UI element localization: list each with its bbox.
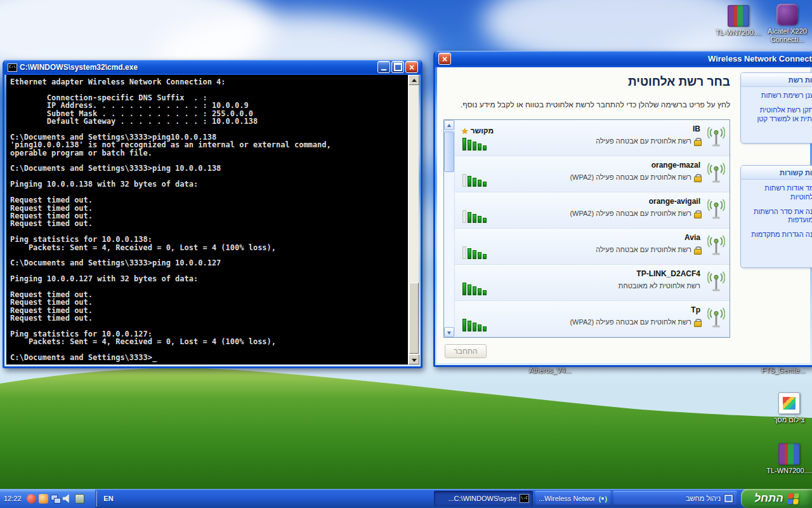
network-security-label: רשת אלחוטית עם אבטחה פעילה (WPA2) <box>570 173 691 181</box>
start-button[interactable]: התחל <box>741 489 812 508</box>
sidebar-panel-2-links: למד אודות רשתות אלחוטיות שנה את סדר הרשת… <box>741 180 812 248</box>
network-security-label: רשת אלחוטית עם אבטחה פעילה (WPA2) <box>570 318 691 326</box>
grass-hill <box>0 351 812 489</box>
network-ssid: Tp <box>455 301 730 314</box>
lock-icon <box>694 210 700 217</box>
alcatel-app-icon <box>776 4 798 25</box>
wireless-antenna-icon <box>707 198 725 224</box>
panel-title: משימות רשת <box>741 73 812 87</box>
scrollbar-thumb[interactable] <box>444 131 454 172</box>
network-list-item[interactable]: Tp רשת אלחוטית עם אבטחה פעילה (WPA2) <box>455 301 730 337</box>
desktop-icon-label: TL-WN7200.... <box>716 29 761 37</box>
connected-label: מקושר <box>471 126 494 135</box>
network-tray-icon[interactable] <box>51 494 60 504</box>
taskbar-button[interactable]: ...C:\WINDOWS\syste <box>434 491 533 506</box>
wifi-dialog-content: בחר רשת אלחוטית לחץ על פריט ברשימה שלהלן… <box>437 67 810 363</box>
taskbar-clock: 12:22 <box>4 495 22 502</box>
desktop-icon-tl-wn7200-2[interactable]: TL-WN7200.... <box>766 443 812 475</box>
wireless-icon <box>598 494 607 503</box>
scrollbar-thumb[interactable] <box>409 283 419 354</box>
rar-archive-icon <box>778 443 800 465</box>
signal-strength-bars <box>462 283 487 295</box>
signal-strength-bars <box>462 246 487 259</box>
sidebar-link[interactable]: התקן רשת אלחוטית ביתית או למשרד קטן <box>746 106 812 124</box>
device-tray-icon[interactable] <box>75 494 84 504</box>
network-list-item[interactable]: orange-avigail רשת אלחוטית עם אבטחה פעיל… <box>455 192 730 229</box>
scroll-down-arrow[interactable] <box>444 327 454 337</box>
wifi-dialog-title: Wireless Network Connect <box>708 54 812 64</box>
language-indicator[interactable]: EN <box>96 489 121 508</box>
network-ssid: TP-LINK_D2ACF4 <box>455 265 730 278</box>
start-button-label: התחל <box>754 492 783 505</box>
computer-icon <box>724 494 733 503</box>
taskbar-button[interactable]: ...Wireless Network Co <box>535 491 611 506</box>
desktop-icon-label: TL-WN7200.... <box>766 467 812 475</box>
console-area[interactable]: Ethernet adapter Wireless Network Connec… <box>6 75 419 364</box>
wireless-antenna-icon <box>707 307 725 332</box>
connect-button[interactable]: התחבר <box>445 344 487 358</box>
network-security-label: רשת אלחוטית עם אבטחה פעילה <box>596 246 691 253</box>
cmd-window-title: C:\WINDOWS\system32\cmd.exe <box>20 63 138 72</box>
scroll-up-arrow[interactable] <box>444 120 454 130</box>
taskbar-buttons: ...C:\WINDOWS\syste ...Wireless Network … <box>434 491 737 506</box>
maximize-button[interactable] <box>391 61 404 73</box>
desktop-icon-alcatel[interactable]: Alcatel X220 Connecti... <box>764 4 810 43</box>
desktop-icon-label-atheros[interactable]: Atheros_V4... <box>521 366 579 374</box>
dialog-header: בחר רשת אלחוטית <box>443 75 730 89</box>
network-security-label: רשת אלחוטית עם אבטחה פעילה (WPA2) <box>570 210 691 217</box>
console-scrollbar[interactable] <box>408 75 419 364</box>
connected-badge: מקושר <box>461 125 494 137</box>
lock-icon <box>694 246 700 253</box>
sidebar-link[interactable]: רענן רשימת רשתות <box>746 91 812 100</box>
desktop-icon-label-fts[interactable]: FTS_Gemte... <box>755 366 812 374</box>
network-list-item[interactable]: IB רשת אלחוטית עם אבטחה פעילה מקושר <box>455 120 730 156</box>
close-button[interactable] <box>438 53 451 65</box>
lock-icon <box>694 319 700 326</box>
alert-tray-icon[interactable] <box>39 494 48 504</box>
wireless-antenna-icon <box>707 126 725 151</box>
desktop-icon-label: צילום מסך <box>766 416 812 424</box>
network-list-item[interactable]: orange-mazal רשת אלחוטית עם אבטחה פעילה … <box>455 156 730 192</box>
wifi-sidebar: משימות רשת רענן רשימת רשתות התקן רשת אלח… <box>740 72 812 363</box>
desktop-icon-label: Alcatel X220 Connecti... <box>764 27 810 43</box>
close-button[interactable] <box>405 61 418 73</box>
lock-icon <box>694 138 700 145</box>
desktop-icon-screenshot[interactable]: צילום מסך <box>766 392 812 424</box>
tray-icons <box>27 494 84 504</box>
signal-strength-bars <box>462 174 487 187</box>
signal-strength-bars <box>462 138 487 150</box>
sidebar-link[interactable]: למד אודות רשתות אלחוטיות <box>746 184 812 202</box>
cmd-titlebar[interactable]: C:\WINDOWS\system32\cmd.exe <box>4 60 421 75</box>
image-file-icon <box>778 392 800 414</box>
network-ssid: orange-mazal <box>455 156 730 170</box>
signal-strength-bars <box>462 319 487 331</box>
security-tray-icon[interactable] <box>27 494 36 504</box>
minimize-button[interactable] <box>377 61 390 73</box>
panel-title: משימות קשורות <box>741 166 812 180</box>
scroll-down-arrow[interactable] <box>409 354 419 364</box>
volume-tray-icon[interactable] <box>63 494 72 504</box>
signal-strength-bars <box>462 210 487 223</box>
cmd-icon <box>8 64 17 72</box>
network-security-label: רשת אלחוטית עם אבטחה פעילה <box>596 137 691 145</box>
scroll-up-arrow[interactable] <box>409 75 419 85</box>
wireless-antenna-icon <box>707 234 725 260</box>
windows-flag-icon <box>787 493 799 504</box>
network-list-item[interactable]: Avia רשת אלחוטית עם אבטחה פעילה <box>455 229 730 265</box>
sidebar-link[interactable]: שנה את סדר הרשתות המועדפות <box>746 208 812 225</box>
network-ssid: orange-avigail <box>455 192 730 206</box>
taskbar-button[interactable]: ניהול מחשב <box>613 491 737 506</box>
desktop-icon-tl-wn7200[interactable]: TL-WN7200.... <box>716 5 761 37</box>
sidebar-panel-1-links: רענן רשימת רשתות התקן רשת אלחוטית ביתית … <box>741 87 812 132</box>
network-list-item[interactable]: TP-LINK_D2ACF4 רשת אלחוטית לא מאובטחת <box>455 265 730 301</box>
network-tasks-panel: משימות רשת רענן רשימת רשתות התקן רשת אלח… <box>740 72 812 144</box>
lock-icon <box>694 174 700 181</box>
list-scrollbar[interactable] <box>444 120 455 337</box>
wireless-antenna-icon <box>707 162 725 187</box>
network-ssid: IB <box>455 120 730 133</box>
sidebar-link[interactable]: שנה הגדרות מתקדמות <box>746 231 812 239</box>
rar-archive-icon <box>728 5 749 27</box>
taskbar: 12:22 EN ...C:\WINDOWS\syste ...Wireless… <box>0 489 812 508</box>
wifi-titlebar[interactable]: Wireless Network Connect <box>435 51 812 67</box>
system-tray: 12:22 <box>0 489 95 508</box>
